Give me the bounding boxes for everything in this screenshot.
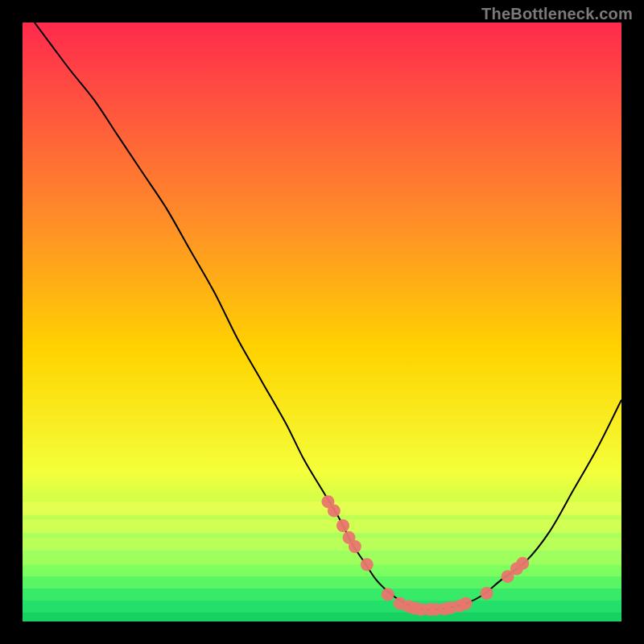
chart-stage: TheBottleneck.com [0, 0, 644, 644]
data-dot [336, 519, 349, 532]
band-stripe [23, 564, 621, 577]
data-dot [516, 557, 529, 570]
band-stripe [23, 520, 621, 533]
watermark-label: TheBottleneck.com [481, 5, 633, 23]
chart-plot-area [23, 23, 621, 621]
chart-svg [23, 23, 621, 621]
data-dot [382, 588, 394, 601]
data-dot [328, 504, 341, 517]
data-dot [481, 587, 493, 600]
band-stripe [23, 601, 621, 613]
band-stripe [23, 588, 621, 601]
data-dot [361, 558, 374, 571]
green-band-stripes [23, 502, 621, 621]
data-dot [460, 597, 473, 610]
data-dot [349, 540, 361, 553]
band-stripe [23, 576, 621, 589]
band-stripe [23, 538, 621, 551]
band-stripe [23, 613, 621, 621]
